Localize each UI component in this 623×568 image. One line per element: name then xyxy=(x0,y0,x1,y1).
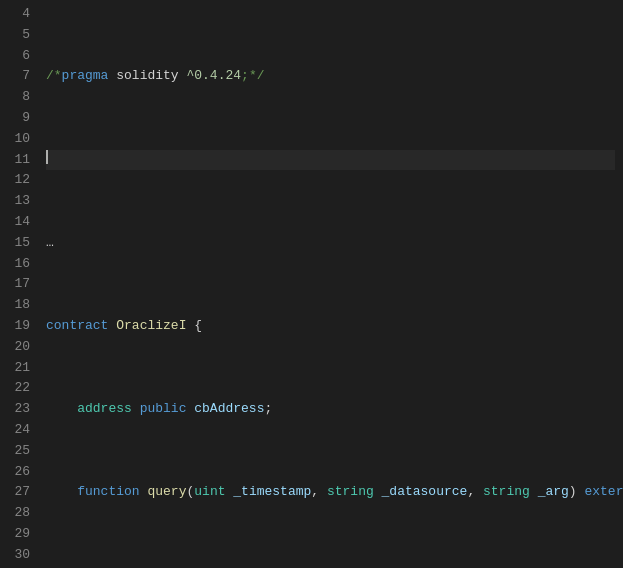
code-editor: 4 5 6 7 8 9 10 11 12 13 14 15 16 17 18 1… xyxy=(0,0,623,568)
code-line: address public cbAddress; xyxy=(46,399,615,420)
code-line: contract OraclizeI { xyxy=(46,316,615,337)
code-line-active xyxy=(46,150,615,171)
code-line: … xyxy=(46,233,615,254)
line-numbers: 4 5 6 7 8 9 10 11 12 13 14 15 16 17 18 1… xyxy=(0,4,38,568)
code-line: /*pragma solidity ^0.4.24;*/ xyxy=(46,66,615,87)
text-cursor xyxy=(46,150,48,164)
code-line: function query(uint _timestamp, string _… xyxy=(46,482,615,503)
code-content[interactable]: /*pragma solidity ^0.4.24;*/ … contract … xyxy=(38,4,623,568)
